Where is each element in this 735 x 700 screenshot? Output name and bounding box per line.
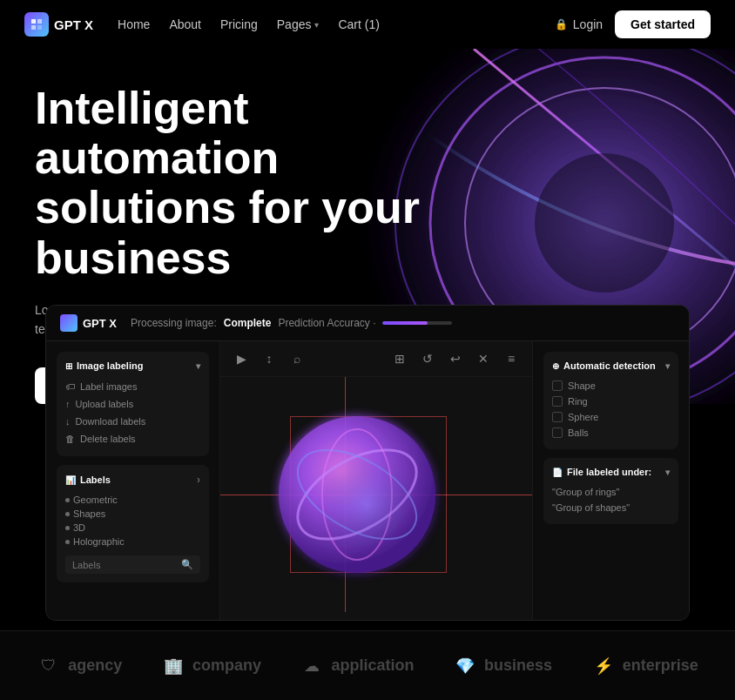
tag-icon: ⊞ [65, 361, 72, 371]
detection-shape: Shape [552, 378, 670, 394]
nav-home[interactable]: Home [118, 17, 150, 31]
brand-company-label: company [192, 656, 261, 675]
accuracy-bar [382, 321, 452, 325]
search-icon: 🔍 [181, 559, 193, 570]
group-shapes: "Group of shapes" [552, 500, 670, 515]
hero-title: Intelligent automation solutions for you… [35, 84, 435, 283]
bullet-dot [65, 498, 70, 502]
app-window: GPT X Processing image: Complete Predict… [45, 305, 690, 621]
brand-enterprise-label: enterprise [623, 656, 698, 675]
label-images-item[interactable]: 🏷 Label images [65, 378, 200, 395]
canvas-tools-right: ⊞ ↺ ↩ ✕ ≡ [389, 348, 522, 369]
bullet-dot [65, 540, 70, 544]
nav-pricing[interactable]: Pricing [220, 17, 258, 31]
business-icon: 💎 [453, 654, 477, 678]
labels-section: 📊 Labels › Geometric Shapes 3D [57, 465, 209, 582]
accuracy-fill [382, 321, 428, 325]
chevron-right-icon[interactable]: › [197, 474, 200, 486]
svg-rect-3 [37, 25, 42, 30]
reset-tool[interactable]: ↩ [445, 348, 466, 369]
app-right-panel: ⊕ Automatic detection ▾ Shape Ring Spher… [532, 341, 689, 620]
canvas-toolbar: ▶ ↕ ⌕ ⊞ ↺ ↩ ✕ ≡ [220, 341, 532, 377]
detection-sphere: Sphere [552, 409, 670, 425]
app-sidebar: ⊞ Image labeling ▾ 🏷 Label images ↑ Uplo… [46, 341, 220, 620]
enterprise-icon: ⚡ [591, 654, 616, 678]
rotate-tool[interactable]: ↺ [417, 348, 438, 369]
upload-labels-item[interactable]: ↑ Upload labels [65, 395, 200, 413]
labels-search[interactable]: 🔍 [65, 555, 200, 574]
app-logo: GPT X [60, 314, 117, 332]
canvas-main [220, 377, 532, 612]
chevron-down-icon[interactable]: ▾ [196, 361, 200, 371]
chevron-down-icon[interactable]: ▾ [665, 361, 670, 371]
bar-chart-icon: 📊 [65, 475, 76, 485]
svg-rect-1 [37, 19, 42, 24]
brand-company[interactable]: 🏢 company [161, 654, 261, 678]
app-topbar-info: Processing image: Complete Prediction Ac… [131, 317, 452, 329]
brand-agency-label: agency [68, 656, 122, 675]
label-holographic: Holographic [65, 535, 200, 549]
company-icon: 🏢 [161, 654, 185, 678]
logo-icon [24, 12, 49, 37]
brands-bar: 🛡 agency 🏢 company ☁ application 💎 busin… [0, 630, 735, 700]
navbar: GPT X Home About Pricing Pages ▾ Cart (1… [0, 0, 735, 49]
svg-point-8 [535, 153, 674, 293]
app-logo-icon [60, 314, 78, 332]
group-rings: "Group of rings" [552, 484, 670, 500]
brand-application[interactable]: ☁ application [300, 654, 414, 678]
nav-pages[interactable]: Pages ▾ [277, 17, 320, 31]
application-icon: ☁ [300, 654, 324, 678]
file-labeled-section: 📄 File labeled under: ▾ "Group of rings"… [543, 458, 678, 524]
canvas-3d-object [261, 399, 453, 590]
lock-icon: 🔒 [555, 18, 568, 30]
brand-enterprise[interactable]: ⚡ enterprise [591, 654, 698, 678]
download-labels-item[interactable]: ↓ Download labels [65, 413, 200, 430]
nav-left: GPT X Home About Pricing Pages ▾ Cart (1… [24, 12, 380, 37]
brand-business[interactable]: 💎 business [453, 654, 552, 678]
label-3d: 3D [65, 521, 200, 535]
delete-labels-item[interactable]: 🗑 Delete labels [65, 430, 200, 448]
bullet-dot [65, 512, 70, 516]
app-topbar: GPT X Processing image: Complete Predict… [46, 306, 689, 341]
move-tool[interactable]: ↕ [259, 348, 280, 369]
brand-business-label: business [484, 656, 552, 675]
download-icon: ↓ [65, 416, 71, 427]
grid-icon [552, 380, 563, 391]
file-icon: 📄 [552, 468, 563, 477]
canvas-tools: ▶ ↕ ⌕ [231, 348, 307, 369]
logo-text: GPT X [54, 17, 93, 32]
grid-icon [552, 427, 563, 438]
svg-rect-2 [31, 25, 36, 30]
auto-detection-section: ⊕ Automatic detection ▾ Shape Ring Spher… [543, 352, 678, 449]
nav-right: 🔒 Login Get started [555, 10, 711, 38]
grid-tool[interactable]: ⊞ [389, 348, 410, 369]
close-tool[interactable]: ✕ [473, 348, 494, 369]
label-geometric: Geometric [65, 493, 200, 507]
brand-application-label: application [331, 656, 414, 675]
chevron-down-icon[interactable]: ▾ [665, 468, 670, 477]
auto-detection-title: ⊕ Automatic detection ▾ [552, 360, 670, 371]
upload-icon: ↑ [65, 399, 71, 409]
agency-icon: 🛡 [37, 654, 61, 678]
image-labeling-section: ⊞ Image labeling ▾ 🏷 Label images ↑ Uplo… [57, 352, 209, 456]
grid-icon [552, 396, 563, 407]
nav-about[interactable]: About [169, 17, 201, 31]
labels-search-input[interactable] [72, 560, 181, 570]
app-canvas: ▶ ↕ ⌕ ⊞ ↺ ↩ ✕ ≡ [220, 341, 532, 620]
login-button[interactable]: 🔒 Login [555, 17, 603, 31]
image-labeling-title: ⊞ Image labeling ▾ [65, 360, 200, 371]
svg-rect-0 [31, 19, 36, 24]
zoom-tool[interactable]: ⌕ [287, 348, 307, 369]
brand-agency[interactable]: 🛡 agency [37, 654, 122, 678]
app-body: ⊞ Image labeling ▾ 🏷 Label images ↑ Uplo… [46, 341, 689, 620]
nav-cart[interactable]: Cart (1) [338, 17, 379, 31]
logo[interactable]: GPT X [24, 12, 93, 37]
play-tool[interactable]: ▶ [231, 348, 252, 369]
nav-get-started-button[interactable]: Get started [615, 10, 711, 38]
detection-ring: Ring [552, 394, 670, 409]
grid-icon [552, 412, 563, 422]
menu-tool[interactable]: ≡ [501, 348, 522, 369]
trash-icon: 🗑 [65, 434, 75, 444]
detect-icon: ⊕ [552, 361, 559, 371]
nav-links: Home About Pricing Pages ▾ Cart (1) [118, 17, 380, 31]
